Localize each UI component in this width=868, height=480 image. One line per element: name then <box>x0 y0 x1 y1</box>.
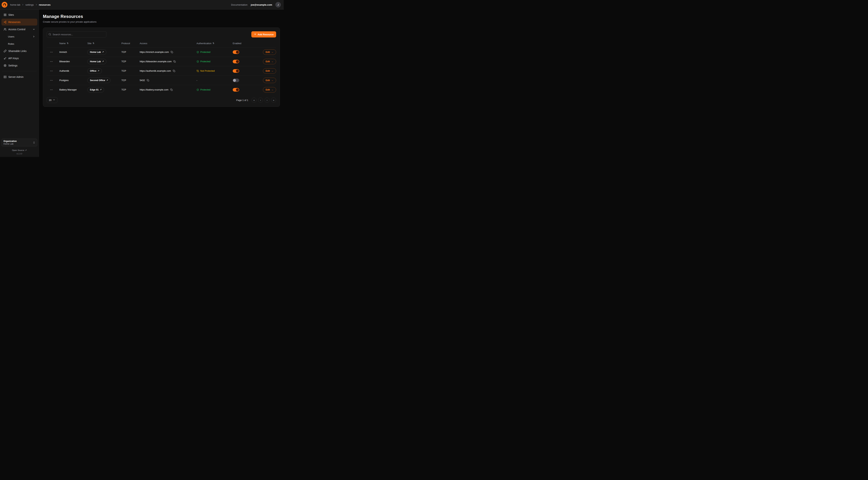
sidebar-nav: Sites Resources Access Control Users <box>1 11 37 80</box>
copy-icon[interactable] <box>170 51 174 54</box>
prev-page-button[interactable]: ‹ <box>258 97 263 102</box>
protocol: TCP <box>121 88 140 91</box>
sort-by-site[interactable]: Site⇅ <box>87 42 121 45</box>
breadcrumb: home-lab settings resources <box>10 3 51 6</box>
table-row: ⋯ Authentik Office↗ TCP https://authenti… <box>47 66 276 76</box>
site-link[interactable]: Second Office↗ <box>87 78 111 83</box>
auth-status: Protected <box>196 60 233 63</box>
link-icon <box>4 50 6 53</box>
copy-icon[interactable] <box>170 88 173 91</box>
resource-name: Bitwarden <box>59 60 87 63</box>
organization-select[interactable]: Organization Home Lab <box>1 139 37 146</box>
arrow-right-icon: → <box>271 60 274 63</box>
sort-by-authentication[interactable]: Authentication⇅ <box>196 42 233 45</box>
row-menu-button[interactable]: ⋯ <box>47 79 59 82</box>
sidebar-item-label: Roles <box>8 42 14 45</box>
copy-icon[interactable] <box>146 79 150 82</box>
site-link[interactable]: Home Lab↗ <box>87 59 106 64</box>
breadcrumb-resources: resources <box>39 3 51 6</box>
breadcrumb-settings[interactable]: settings <box>25 3 34 6</box>
enabled-toggle[interactable] <box>233 60 239 63</box>
sidebar-item-label: Server Admin <box>8 76 24 79</box>
enabled-toggle[interactable] <box>233 50 239 54</box>
site-link[interactable]: Home Lab↗ <box>87 50 106 55</box>
last-page-button[interactable]: » <box>271 97 276 102</box>
external-link-icon: ↗ <box>25 149 27 151</box>
enabled-toggle[interactable] <box>233 69 239 73</box>
enabled-toggle[interactable] <box>233 88 239 92</box>
page-size-select[interactable]: 20 <box>47 97 57 103</box>
auth-status: Not Protected <box>196 69 233 72</box>
sidebar-item-label: Resources <box>8 21 21 24</box>
topbar: home-lab settings resources Documentatio… <box>0 0 284 9</box>
sidebar-item-settings[interactable]: Settings <box>1 62 37 69</box>
arrow-right-icon: → <box>271 51 274 53</box>
waypoints-icon <box>4 21 6 24</box>
shield-off-icon <box>196 70 199 72</box>
access-url: 5432 <box>140 79 145 82</box>
resource-name: Immich <box>59 51 87 53</box>
documentation-link[interactable]: Documentation <box>231 3 248 6</box>
copy-icon[interactable] <box>173 69 176 72</box>
access-url: https://immich.example.com <box>140 51 169 53</box>
search-input[interactable] <box>47 31 106 37</box>
shield-check-icon <box>196 89 199 91</box>
access-url: https://battery.example.com <box>140 88 168 91</box>
arrow-right-icon: → <box>271 89 274 91</box>
avatar[interactable]: J <box>275 2 281 7</box>
sort-by-name[interactable]: Name⇅ <box>59 42 87 45</box>
copy-icon[interactable] <box>173 60 176 63</box>
pagination: Page 1 of 1 « ‹ › » <box>236 97 276 102</box>
sidebar-item-label: Access Control <box>8 28 25 31</box>
add-resource-button[interactable]: Add Resource <box>251 31 276 37</box>
server-icon <box>4 76 6 79</box>
next-page-button[interactable]: › <box>265 97 270 102</box>
row-menu-button[interactable]: ⋯ <box>47 60 59 63</box>
first-page-button[interactable]: « <box>251 97 256 102</box>
resources-card: Add Resource Name⇅ Site⇅ Protocol Access… <box>43 28 280 107</box>
sidebar-item-sites[interactable]: Sites <box>1 11 37 18</box>
sidebar-item-resources[interactable]: Resources <box>1 19 37 26</box>
table-footer: 20 Page 1 of 1 « ‹ › » <box>47 97 276 103</box>
sidebar-item-server-admin[interactable]: Server Admin <box>1 73 37 80</box>
sidebar-item-label: Users <box>8 35 14 38</box>
breadcrumb-home-lab[interactable]: home-lab <box>10 3 20 6</box>
edit-button[interactable]: Edit→ <box>263 87 276 92</box>
row-menu-button[interactable]: ⋯ <box>47 69 59 72</box>
users-icon <box>4 28 6 31</box>
auth-status: Protected <box>196 51 233 53</box>
edit-button[interactable]: Edit→ <box>263 50 276 55</box>
header-enabled: Enabled <box>233 42 258 45</box>
resource-name: Battery Manager <box>59 88 87 91</box>
sidebar-item-api-keys[interactable]: API Keys <box>1 55 37 62</box>
table-toolbar: Add Resource <box>47 31 276 37</box>
user-email: joe@example.com <box>251 3 272 6</box>
edit-button[interactable]: Edit→ <box>263 68 276 74</box>
key-icon <box>4 57 6 60</box>
gear-icon <box>4 64 6 67</box>
sidebar-divider <box>2 71 36 71</box>
open-source-link[interactable]: Open Source ↗ <box>12 149 27 151</box>
edit-button[interactable]: Edit→ <box>263 59 276 64</box>
sidebar-item-access-control[interactable]: Access Control <box>1 26 37 33</box>
sidebar-item-roles[interactable]: Roles <box>1 40 37 47</box>
organization-label: Organization <box>3 140 17 143</box>
header-access: Access <box>140 42 196 45</box>
sort-icon: ⇅ <box>67 42 69 44</box>
plus-icon <box>254 33 256 36</box>
pangolin-logo <box>1 2 8 8</box>
sidebar-item-shareable-links[interactable]: Shareable Links <box>1 48 37 55</box>
auth-status: - <box>196 79 233 82</box>
site-link[interactable]: Edge 01↗ <box>87 87 104 92</box>
enabled-toggle[interactable] <box>233 79 239 82</box>
site-link[interactable]: Office↗ <box>87 68 102 74</box>
chevron-down-icon <box>33 28 35 31</box>
sidebar-item-users[interactable]: Users <box>1 33 37 40</box>
row-menu-button[interactable]: ⋯ <box>47 50 59 54</box>
row-menu-button[interactable]: ⋯ <box>47 88 59 91</box>
edit-button[interactable]: Edit→ <box>263 78 276 83</box>
organization-value: Home Lab <box>3 143 17 145</box>
sidebar-item-label: API Keys <box>8 57 19 60</box>
external-link-icon: ↗ <box>97 70 99 72</box>
protocol: TCP <box>121 60 140 63</box>
